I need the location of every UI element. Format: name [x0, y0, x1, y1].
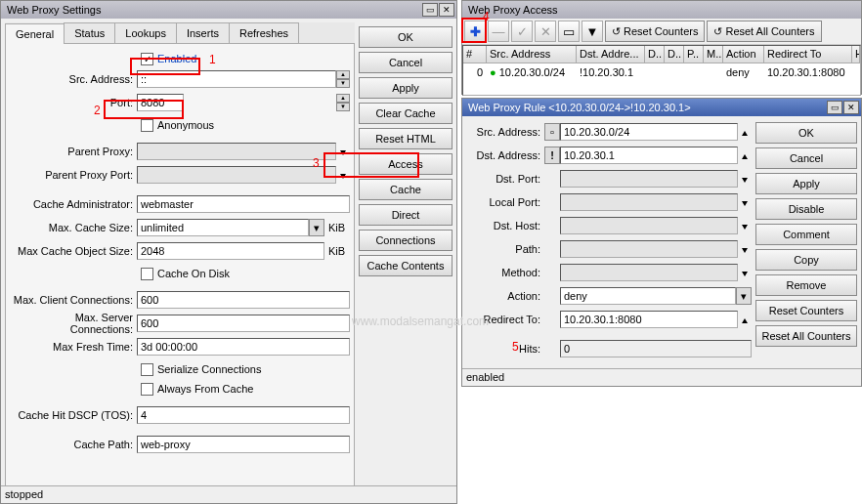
cache-path-input[interactable]: web-proxy: [137, 436, 350, 453]
enable-button[interactable]: ✓: [511, 21, 533, 42]
apply-button[interactable]: Apply: [755, 173, 857, 194]
always-cache-checkbox[interactable]: [141, 383, 153, 396]
rule-redir-input[interactable]: 10.20.30.1:8080: [560, 311, 738, 328]
spin-down[interactable]: ▼: [336, 79, 350, 88]
access-button[interactable]: Access: [359, 153, 453, 175]
minimize-button[interactable]: ▭: [422, 3, 438, 17]
enabled-checkbox[interactable]: ✓: [141, 53, 153, 65]
access-grid[interactable]: # Src. Address Dst. Addre... D.. D.. P..…: [462, 45, 861, 96]
reset-html-button[interactable]: Reset HTML: [359, 128, 453, 149]
close-button[interactable]: ✕: [843, 101, 859, 114]
rule-method-input[interactable]: [560, 264, 738, 281]
settings-button-column: OK Cancel Apply Clear Cache Reset HTML A…: [359, 26, 453, 276]
ok-button[interactable]: OK: [755, 122, 857, 144]
rule-action-input[interactable]: deny: [560, 287, 736, 305]
rule-dhost-input[interactable]: [560, 217, 738, 234]
rule-src-input[interactable]: 10.20.30.0/24: [560, 123, 738, 141]
rule-title: Web Proxy Rule <10.20.30.0/24->!10.20.30…: [464, 102, 826, 113]
reset-all-counters-button[interactable]: ↺Reset All Counters: [707, 21, 821, 42]
chevron-down-icon[interactable]: [340, 150, 346, 155]
remove-button[interactable]: —: [488, 21, 509, 42]
settings-tabs: General Status Lookups Inserts Refreshes: [5, 22, 355, 44]
access-title: Web Proxy Access: [464, 4, 859, 16]
rule-dst-input[interactable]: 10.20.30.1: [560, 147, 738, 164]
comment-button[interactable]: Comment: [755, 224, 857, 245]
minimize-button[interactable]: ▭: [827, 101, 842, 114]
dropdown-button[interactable]: ▾: [309, 219, 324, 236]
settings-status: stopped: [1, 485, 456, 503]
spin-up[interactable]: ▲: [336, 70, 350, 79]
rule-dport-input[interactable]: [560, 170, 738, 188]
rule-path-input[interactable]: [560, 240, 738, 258]
serialize-checkbox[interactable]: [141, 363, 153, 376]
apply-button[interactable]: Apply: [359, 77, 453, 99]
web-proxy-settings-window: Web Proxy Settings ▭ ✕ General Status Lo…: [0, 0, 457, 504]
port-input[interactable]: 8080: [137, 94, 184, 111]
direct-button[interactable]: Direct: [359, 204, 453, 226]
rule-lport-input[interactable]: [560, 193, 738, 211]
cancel-button[interactable]: Cancel: [755, 147, 857, 169]
clear-cache-button[interactable]: Clear Cache: [359, 103, 453, 124]
filter-button[interactable]: ▼: [582, 21, 603, 42]
web-proxy-access-window: Web Proxy Access ✚ — ✓ ✕ ▭ ▼ ↺Reset Coun…: [461, 0, 862, 95]
tab-refreshes[interactable]: Refreshes: [229, 22, 299, 43]
reset-counters-button[interactable]: Reset Counters: [755, 300, 857, 321]
tab-status[interactable]: Status: [64, 22, 115, 43]
ok-button[interactable]: OK: [359, 26, 453, 48]
access-titlebar: Web Proxy Access: [462, 1, 861, 19]
max-cache-input[interactable]: unlimited: [137, 219, 309, 236]
parent-proxy-input[interactable]: [137, 143, 336, 160]
settings-titlebar: Web Proxy Settings ▭ ✕: [1, 1, 456, 19]
tab-general[interactable]: General: [5, 23, 65, 44]
max-fresh-input[interactable]: 3d 00:00:00: [137, 338, 350, 356]
disable-button[interactable]: Disable: [755, 198, 857, 220]
enabled-label: Enabled: [157, 53, 196, 64]
cancel-button[interactable]: Cancel: [359, 52, 453, 73]
add-button[interactable]: ✚: [464, 21, 486, 42]
cache-button[interactable]: Cache: [359, 179, 453, 200]
anonymous-checkbox[interactable]: [141, 119, 153, 132]
tab-inserts[interactable]: Inserts: [176, 22, 230, 43]
table-row[interactable]: 0 ● 10.20.30.0/24 !10.20.30.1 deny 10.20…: [463, 63, 860, 81]
close-button[interactable]: ✕: [439, 3, 454, 17]
rule-status: enabled: [462, 368, 861, 386]
rule-button-column: OK Cancel Apply Disable Comment Copy Rem…: [755, 122, 857, 347]
parent-port-input[interactable]: [137, 166, 336, 184]
max-obj-input[interactable]: 2048: [137, 242, 324, 260]
rule-titlebar: Web Proxy Rule <10.20.30.0/24->!10.20.30…: [462, 99, 861, 116]
dscp-input[interactable]: 4: [137, 406, 350, 424]
copy-button[interactable]: Copy: [755, 249, 857, 271]
cache-contents-button[interactable]: Cache Contents: [359, 255, 453, 276]
cache-disk-checkbox[interactable]: [141, 268, 153, 280]
tab-lookups[interactable]: Lookups: [114, 22, 177, 43]
connections-button[interactable]: Connections: [359, 230, 453, 251]
max-server-input[interactable]: 600: [137, 315, 350, 332]
port-label: Port:: [10, 97, 137, 108]
reset-counters-button[interactable]: ↺Reset Counters: [605, 21, 705, 42]
remove-button[interactable]: Remove: [755, 274, 857, 296]
not-toggle[interactable]: ▫: [544, 123, 560, 141]
cache-admin-input[interactable]: webmaster: [137, 195, 350, 213]
access-toolbar: ✚ — ✓ ✕ ▭ ▼ ↺Reset Counters ↺Reset All C…: [462, 19, 861, 45]
reset-all-counters-button[interactable]: Reset All Counters: [755, 325, 857, 347]
rule-hits: 0: [560, 340, 752, 357]
settings-title: Web Proxy Settings: [3, 4, 421, 16]
web-proxy-rule-window: Web Proxy Rule <10.20.30.0/24->!10.20.30…: [461, 98, 862, 387]
disable-button[interactable]: ✕: [535, 21, 556, 42]
not-toggle[interactable]: !: [544, 147, 560, 164]
src-addr-input[interactable]: ::: [137, 70, 336, 88]
src-addr-label: Src. Address:: [10, 73, 137, 85]
comment-button[interactable]: ▭: [558, 21, 580, 42]
max-client-input[interactable]: 600: [137, 291, 350, 309]
